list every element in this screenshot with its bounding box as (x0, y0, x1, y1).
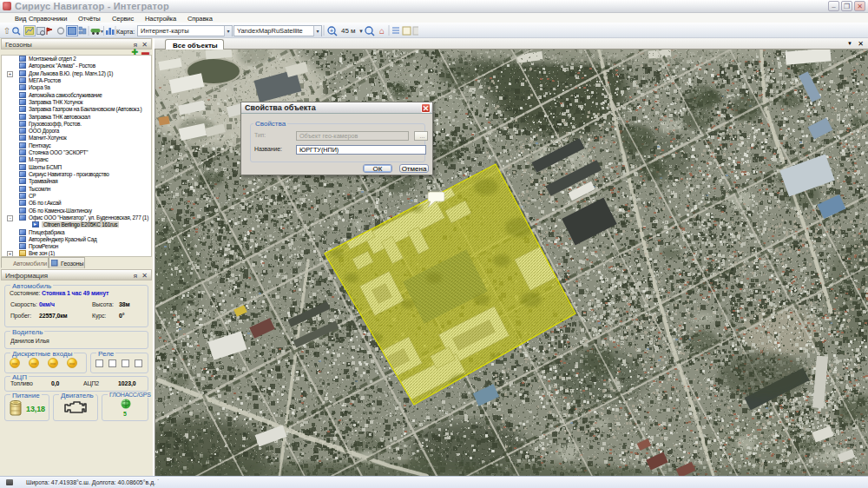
svg-text:+: + (330, 28, 333, 34)
svg-text:⇧: ⇧ (3, 26, 10, 36)
svg-text:⌂: ⌂ (379, 26, 385, 36)
svg-text:45 м: 45 м (341, 27, 356, 35)
svg-text:▼: ▼ (358, 29, 364, 34)
